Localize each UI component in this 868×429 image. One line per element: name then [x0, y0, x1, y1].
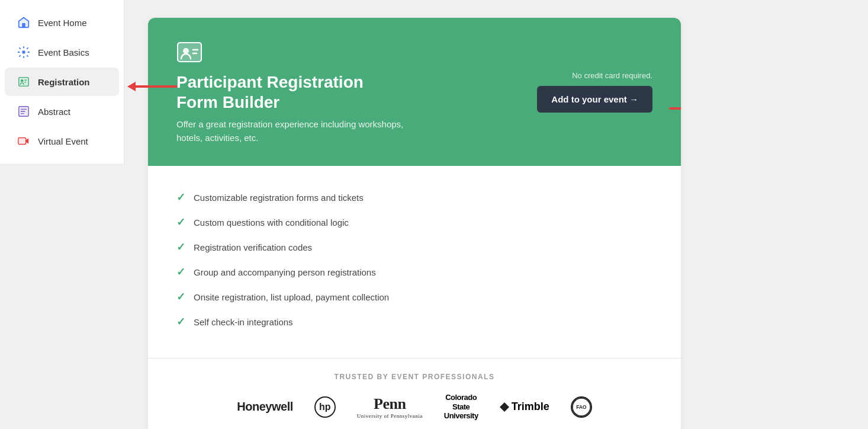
- svg-rect-0: [22, 23, 25, 27]
- feature-item: ✓ Custom questions with conditional logi…: [176, 210, 652, 235]
- abstract-icon: [17, 104, 31, 119]
- feature-text: Registration verification codes: [194, 242, 312, 252]
- feature-item: ✓ Onsite registration, list upload, paym…: [176, 284, 652, 309]
- check-icon: ✓: [176, 265, 185, 278]
- feature-text: Customizable registration forms and tick…: [194, 193, 364, 203]
- penn-logo: Penn University of Pennsylvania: [357, 395, 423, 419]
- sidebar-item-label: Abstract: [38, 107, 70, 117]
- check-icon: ✓: [176, 191, 185, 204]
- fao-logo: FAO: [571, 396, 592, 418]
- check-icon: ✓: [176, 290, 185, 303]
- section-divider: [148, 358, 681, 358]
- no-credit-card-text: No credit card required.: [572, 71, 652, 80]
- svg-rect-5: [18, 138, 26, 145]
- card-header-desc: Offer a great registration experience in…: [176, 118, 425, 145]
- svg-text:FAO: FAO: [576, 404, 587, 410]
- feature-item: ✓ Registration verification codes: [176, 235, 652, 260]
- csu-logo: ColoradoStateUniversity: [444, 393, 478, 421]
- sidebar-item-registration[interactable]: Registration: [5, 68, 119, 96]
- honeywell-logo: Honeywell: [237, 400, 292, 414]
- card-header-left: Participant Registration Form Builder Of…: [176, 39, 537, 145]
- svg-point-1: [22, 50, 25, 54]
- sidebar-item-event-home[interactable]: Event Home: [5, 8, 119, 37]
- logos-row: Honeywell hp Penn University of Pennsylv…: [176, 393, 652, 421]
- sidebar-item-label: Registration: [38, 77, 90, 87]
- card-header-title: Participant Registration Form Builder: [176, 72, 537, 112]
- registration-form-icon: [176, 39, 202, 65]
- check-icon: ✓: [176, 241, 185, 254]
- svg-point-3: [21, 79, 24, 82]
- svg-point-7: [183, 48, 189, 54]
- svg-marker-9: [500, 402, 509, 412]
- sidebar: Event Home Event Basics Registration: [0, 0, 124, 164]
- trusted-section: TRUSTED BY EVENT PROFESSIONALS Honeywell…: [148, 373, 681, 429]
- add-to-event-button[interactable]: Add to your event →: [537, 86, 652, 113]
- feature-text: Custom questions with conditional logic: [194, 217, 349, 228]
- video-icon: [17, 134, 31, 148]
- hp-logo: hp: [314, 396, 336, 418]
- sidebar-item-label: Event Basics: [38, 47, 89, 57]
- card-header-right: No credit card required. Add to your eve…: [537, 71, 652, 113]
- sidebar-item-virtual-event[interactable]: Virtual Event: [5, 127, 119, 155]
- registration-icon: [17, 75, 31, 89]
- feature-item: ✓ Self check-in integrations: [176, 309, 652, 334]
- trusted-label: TRUSTED BY EVENT PROFESSIONALS: [176, 373, 652, 381]
- card-header: Participant Registration Form Builder Of…: [148, 18, 681, 166]
- gear-icon: [17, 45, 31, 59]
- sidebar-item-label: Event Home: [38, 18, 87, 28]
- feature-text: Onsite registration, list upload, paymen…: [194, 292, 389, 302]
- feature-item: ✓ Group and accompanying person registra…: [176, 260, 652, 284]
- feature-text: Group and accompanying person registrati…: [194, 267, 376, 277]
- sidebar-item-abstract[interactable]: Abstract: [5, 97, 119, 126]
- sidebar-item-label: Virtual Event: [38, 136, 88, 146]
- check-icon: ✓: [176, 315, 185, 328]
- feature-item: ✓ Customizable registration forms and ti…: [176, 185, 652, 210]
- home-icon: [17, 15, 31, 30]
- feature-card: Participant Registration Form Builder Of…: [148, 18, 681, 429]
- button-arrow-annotation: [656, 97, 681, 120]
- check-icon: ✓: [176, 216, 185, 229]
- feature-text: Self check-in integrations: [194, 317, 293, 327]
- features-section: ✓ Customizable registration forms and ti…: [148, 166, 681, 353]
- sidebar-item-event-basics[interactable]: Event Basics: [5, 38, 119, 66]
- trimble-logo: Trimble: [500, 401, 549, 413]
- main-content: Participant Registration Form Builder Of…: [124, 0, 868, 429]
